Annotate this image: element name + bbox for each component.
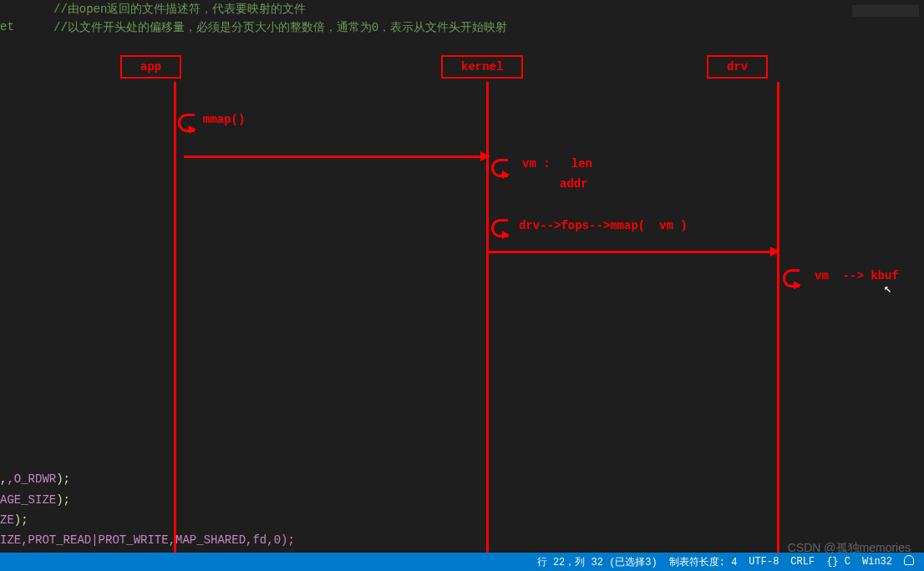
status-tabsize[interactable]: 制表符长度: 4 xyxy=(669,555,738,569)
label-vm-len: vm : len xyxy=(522,157,592,171)
self-loop-kernel-fops xyxy=(491,219,508,237)
self-loop-app-mmap xyxy=(178,114,195,132)
status-encoding[interactable]: UTF-8 xyxy=(749,556,779,568)
diagram-box-app: app xyxy=(120,55,181,79)
code-line-1[interactable]: ,,O_RDWR); xyxy=(0,472,70,486)
self-loop-drv-kbuf xyxy=(783,269,800,288)
diagram-box-kernel: kernel xyxy=(441,55,523,79)
arrowhead-kernel-to-drv xyxy=(770,247,780,257)
label-mmap: mmap() xyxy=(203,113,245,126)
status-language[interactable]: {} C xyxy=(826,556,850,568)
arrow-kernel-to-drv xyxy=(489,251,773,253)
status-position[interactable]: 行 22，列 32 (已选择3) xyxy=(537,555,657,569)
arrow-app-to-kernel xyxy=(184,155,483,158)
self-loop-kernel-vm xyxy=(491,159,508,177)
diagram-box-drv: drv xyxy=(707,55,768,79)
lifeline-drv xyxy=(777,82,779,554)
arrowhead-app-to-kernel xyxy=(480,151,490,161)
code-comment-2: //以文件开头处的偏移量，必须是分页大小的整数倍，通常为0，表示从文件头开始映射 xyxy=(53,20,507,35)
status-eol[interactable]: CRLF xyxy=(790,556,815,568)
status-platform[interactable]: Win32 xyxy=(862,556,892,568)
mouse-cursor-icon: ↖ xyxy=(884,280,892,297)
status-bar: 行 22，列 32 (已选择3) 制表符长度: 4 UTF-8 CRLF {} … xyxy=(0,553,924,571)
lifeline-app xyxy=(174,82,176,554)
label-drv-fops: drv-->fops-->mmap( vm ) xyxy=(519,219,688,232)
label-addr: addr xyxy=(560,177,588,191)
code-comment-1: //由open返回的文件描述符，代表要映射的文件 xyxy=(53,2,306,17)
code-line-2[interactable]: AGE_SIZE); xyxy=(0,493,70,507)
gutter-text: et xyxy=(0,20,14,33)
code-line-4[interactable]: IZE,PROT_READ|PROT_WRITE,MAP_SHARED,fd,0… xyxy=(0,533,295,547)
notifications-bell-icon[interactable] xyxy=(904,555,914,568)
editor-area[interactable]: et //由open返回的文件描述符，代表要映射的文件 //以文件开头处的偏移量… xyxy=(0,0,924,553)
minimap[interactable] xyxy=(852,5,919,17)
code-line-3[interactable]: ZE); xyxy=(0,513,28,527)
